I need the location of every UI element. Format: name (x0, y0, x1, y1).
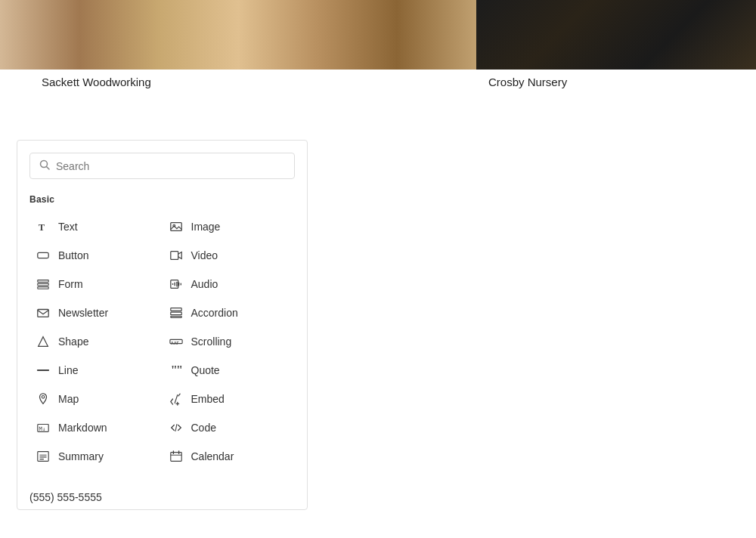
item-embed-label: Embed (191, 393, 225, 405)
search-container (17, 153, 307, 188)
item-summary[interactable]: Summary (29, 442, 163, 471)
item-calendar[interactable]: Calendar (163, 442, 296, 471)
svg-line-1 (47, 167, 50, 170)
item-line-label: Line (58, 364, 78, 376)
newsletter-icon (36, 305, 51, 320)
quote-icon: " " (169, 363, 184, 378)
top-images-row (0, 0, 756, 70)
svg-rect-9 (38, 287, 48, 289)
item-text-label: Text (58, 221, 78, 233)
svg-rect-17 (170, 308, 181, 311)
svg-rect-3 (170, 223, 181, 231)
item-audio[interactable]: Audio (163, 270, 296, 298)
scrolling-icon: AAF (169, 334, 184, 349)
item-shape-label: Shape (58, 335, 88, 348)
svg-line-31 (175, 425, 177, 431)
item-code[interactable]: Code (163, 413, 296, 442)
item-summary-label: Summary (58, 450, 104, 462)
svg-rect-5 (38, 252, 48, 258)
text-icon: T (36, 219, 51, 234)
svg-rect-36 (170, 453, 181, 462)
line-icon (36, 363, 51, 378)
item-image-label: Image (191, 221, 221, 233)
audio-icon (169, 277, 184, 292)
item-text[interactable]: T Text (29, 212, 163, 241)
markdown-icon: M↓ (36, 420, 51, 435)
code-icon (169, 420, 184, 435)
item-map-label: Map (58, 393, 79, 405)
left-caption: Sackett Woodworking (0, 76, 476, 88)
item-audio-label: Audio (191, 278, 218, 290)
woodworking-image (0, 0, 476, 70)
svg-rect-6 (170, 252, 178, 260)
svg-text:T: T (39, 222, 45, 233)
item-video[interactable]: Video (163, 241, 296, 270)
item-shape[interactable]: Shape (29, 327, 163, 356)
video-icon (169, 248, 184, 263)
items-grid: T Text Image (17, 212, 307, 471)
image-icon (169, 219, 184, 234)
svg-rect-32 (38, 452, 48, 462)
embed-icon (169, 391, 184, 407)
svg-rect-8 (38, 283, 48, 286)
right-caption: Crosby Nursery (476, 76, 756, 88)
svg-rect-7 (38, 280, 48, 283)
item-quote-label: Quote (191, 364, 220, 376)
section-label: Basic (17, 188, 307, 212)
item-image[interactable]: Image (163, 212, 296, 241)
item-button-label: Button (58, 249, 88, 261)
calendar-icon (169, 449, 184, 464)
item-quote[interactable]: " " Quote (163, 356, 296, 385)
item-code-label: Code (191, 422, 216, 434)
map-icon (36, 391, 51, 407)
svg-rect-18 (170, 312, 181, 315)
svg-point-25 (42, 396, 45, 399)
left-image (0, 0, 476, 70)
shape-icon (36, 334, 51, 349)
item-calendar-label: Calendar (191, 450, 234, 462)
summary-icon (36, 449, 51, 464)
item-embed[interactable]: Embed (163, 385, 296, 413)
search-input[interactable] (56, 160, 285, 172)
item-scrolling-label: Scrolling (191, 335, 232, 348)
item-form-label: Form (58, 278, 83, 290)
form-icon (36, 277, 51, 292)
item-newsletter-label: Newsletter (58, 307, 108, 319)
block-panel: Basic T Text (17, 140, 308, 510)
search-icon (39, 159, 50, 172)
item-map[interactable]: Map (29, 385, 163, 413)
right-image (476, 0, 756, 70)
item-newsletter[interactable]: Newsletter (29, 298, 163, 327)
svg-text:AAF: AAF (170, 341, 179, 345)
item-button[interactable]: Button (29, 241, 163, 270)
main-area: Basic T Text (0, 140, 756, 510)
item-accordion[interactable]: Accordion (163, 298, 296, 327)
nursery-image (476, 0, 756, 70)
svg-text:": " (176, 363, 183, 377)
svg-text:M↓: M↓ (39, 425, 46, 432)
svg-line-26 (175, 395, 178, 404)
search-box[interactable] (29, 153, 295, 179)
item-accordion-label: Accordion (191, 307, 238, 319)
button-icon (36, 248, 51, 263)
phone-number: (555) 555-5555 (29, 491, 102, 503)
item-line[interactable]: Line (29, 356, 163, 385)
item-markdown-label: Markdown (58, 422, 107, 434)
item-markdown[interactable]: M↓ Markdown (29, 413, 163, 442)
accordion-icon (169, 305, 184, 320)
svg-rect-19 (170, 317, 181, 318)
spacer (0, 94, 756, 117)
item-form[interactable]: Form (29, 270, 163, 298)
svg-rect-16 (38, 310, 48, 317)
captions-row: Sackett Woodworking Crosby Nursery (0, 70, 756, 94)
item-scrolling[interactable]: AAF Scrolling (163, 327, 296, 356)
item-video-label: Video (191, 249, 218, 261)
